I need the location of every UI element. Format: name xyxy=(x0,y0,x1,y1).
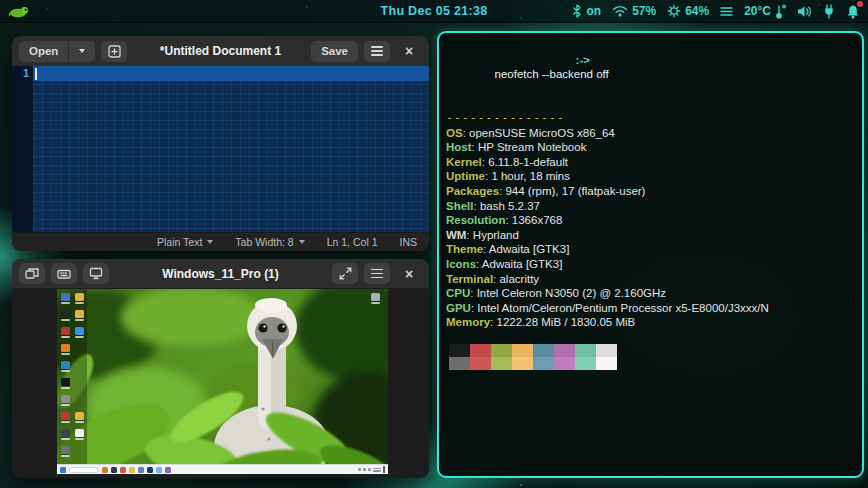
palette-swatch xyxy=(575,357,596,370)
vm-taskbar-icon[interactable] xyxy=(138,467,144,473)
vm-keyboard-button[interactable] xyxy=(51,263,77,284)
terminal-window[interactable]: :-> neofetch --backend off -------------… xyxy=(437,31,864,478)
vm-desktop-icon[interactable] xyxy=(75,429,84,437)
vm-start-button[interactable] xyxy=(60,467,66,473)
vm-desktop-icon[interactable] xyxy=(61,293,70,301)
vm-taskbar-icon[interactable] xyxy=(129,467,135,473)
wifi-percent: 57% xyxy=(632,4,656,18)
editor-menu-button[interactable] xyxy=(364,41,390,62)
vm-taskbar-icon[interactable] xyxy=(156,467,162,473)
vm-desktop-icon[interactable] xyxy=(61,361,70,369)
neofetch-line: Memory: 1222.28 MiB / 1830.05 MiB xyxy=(446,315,862,330)
thermometer-icon xyxy=(775,4,786,19)
palette-swatch xyxy=(449,344,470,357)
palette-swatch xyxy=(491,344,512,357)
open-dropdown-button[interactable] xyxy=(69,41,95,62)
vm-viewer-window: Windows_11_Pro (1) × xyxy=(12,259,429,478)
temperature-value: 20°C xyxy=(744,4,771,18)
line-number: 1 xyxy=(23,67,29,79)
vm-desktop-icon[interactable] xyxy=(61,327,70,335)
windows-icon xyxy=(25,267,39,280)
vm-show-desktop[interactable] xyxy=(383,466,385,473)
vm-desktop-icon[interactable] xyxy=(61,395,70,403)
vm-windows-button[interactable] xyxy=(19,263,45,284)
power-module[interactable] xyxy=(823,4,835,19)
neofetch-line: CPU: Intel Celeron N3050 (2) @ 2.160GHz xyxy=(446,286,862,301)
insert-mode-indicator[interactable]: INS xyxy=(399,236,417,248)
palette-row xyxy=(449,357,862,370)
vm-taskbar-icon[interactable] xyxy=(111,467,117,473)
notifications-module[interactable] xyxy=(846,4,860,19)
neofetch-line: Resolution: 1366x768 xyxy=(446,213,862,228)
cpu-gear-icon xyxy=(667,4,681,18)
editor-text-area[interactable]: 1 xyxy=(12,66,429,232)
text-editor-window: Open *Untitled Document 1 Save xyxy=(12,36,429,251)
vm-desktop-icon[interactable] xyxy=(61,378,70,386)
vm-taskbar-icon[interactable] xyxy=(120,467,126,473)
memory-module[interactable] xyxy=(720,6,733,17)
vm-content-area xyxy=(12,288,429,478)
chevron-down-icon xyxy=(79,49,85,53)
display-icon xyxy=(89,267,103,280)
vm-desktop-icon[interactable] xyxy=(75,310,84,318)
palette-swatch xyxy=(554,357,575,370)
vm-taskbar-apps xyxy=(102,467,171,473)
vm-menu-button[interactable] xyxy=(364,263,390,284)
cpu-module[interactable]: 64% xyxy=(667,4,709,18)
vm-system-tray[interactable] xyxy=(358,466,385,473)
vm-desktop-icon[interactable] xyxy=(61,310,70,318)
terminal-command: neofetch --backend off xyxy=(495,68,609,80)
neofetch-line: GPU: Intel Atom/Celeron/Pentium Processo… xyxy=(446,301,862,316)
neofetch-line: Theme: Adwaita [GTK3] xyxy=(446,242,862,257)
open-button[interactable]: Open xyxy=(19,41,68,62)
vm-desktop-icon[interactable] xyxy=(75,327,84,335)
editor-statusbar: Plain Text Tab Width: 8 Ln 1, Col 1 INS xyxy=(12,232,429,251)
vm-taskbar-icon[interactable] xyxy=(102,467,108,473)
vm-desktop-icon[interactable] xyxy=(61,429,70,437)
temperature-module[interactable]: 20°C xyxy=(744,4,786,19)
palette-swatch xyxy=(512,357,533,370)
vm-headerbar: Windows_11_Pro (1) × xyxy=(12,259,429,288)
vm-desktop-icon[interactable] xyxy=(75,293,84,301)
vm-taskbar-clock xyxy=(373,468,381,472)
editor-close-button[interactable]: × xyxy=(396,41,422,62)
palette-swatch xyxy=(575,344,596,357)
vm-taskbar-icon[interactable] xyxy=(147,467,153,473)
shell-prompt: :-> xyxy=(576,54,590,66)
vm-search-box[interactable] xyxy=(69,467,99,473)
vm-guest-display[interactable] xyxy=(57,289,388,474)
menu-icon xyxy=(371,46,383,56)
language-label: Plain Text xyxy=(157,236,202,248)
vm-recycle-bin-icon[interactable] xyxy=(371,293,380,301)
vm-desktop-icon[interactable] xyxy=(61,446,70,454)
palette-swatch xyxy=(470,357,491,370)
editor-headerbar: Open *Untitled Document 1 Save xyxy=(12,36,429,66)
cursor-position[interactable]: Ln 1, Col 1 xyxy=(327,236,378,248)
status-tray: on 57% 64% xyxy=(572,4,860,19)
vm-desktop-icon[interactable] xyxy=(75,412,84,420)
vm-desktop-icon[interactable] xyxy=(61,412,70,420)
neofetch-info: OS: openSUSE MicroOS x86_64Host: HP Stre… xyxy=(446,126,862,330)
editor-title: *Untitled Document 1 xyxy=(102,44,339,58)
vm-taskbar-icon[interactable] xyxy=(165,467,171,473)
line-number-gutter: 1 xyxy=(12,66,33,232)
language-selector[interactable]: Plain Text xyxy=(157,236,213,248)
palette-swatch xyxy=(449,357,470,370)
volume-module[interactable] xyxy=(797,5,812,18)
neofetch-line: WM: Hyprland xyxy=(446,228,862,243)
cursor-position-label: Ln 1, Col 1 xyxy=(327,236,378,248)
tab-width-label: Tab Width: 8 xyxy=(235,236,293,248)
insert-mode-label: INS xyxy=(399,236,417,248)
vm-close-button[interactable]: × xyxy=(396,263,422,284)
menu-icon xyxy=(371,269,383,279)
tab-width-selector[interactable]: Tab Width: 8 xyxy=(235,236,304,248)
palette-swatch xyxy=(533,344,554,357)
palette-swatch xyxy=(512,344,533,357)
wifi-module[interactable]: 57% xyxy=(612,4,656,18)
bluetooth-module[interactable]: on xyxy=(572,4,601,18)
neofetch-line: Uptime: 1 hour, 18 mins xyxy=(446,169,862,184)
open-button-label: Open xyxy=(29,45,58,57)
neofetch-line: OS: openSUSE MicroOS x86_64 xyxy=(446,126,862,141)
vm-taskbar[interactable] xyxy=(57,464,388,474)
vm-desktop-icon[interactable] xyxy=(61,344,70,352)
